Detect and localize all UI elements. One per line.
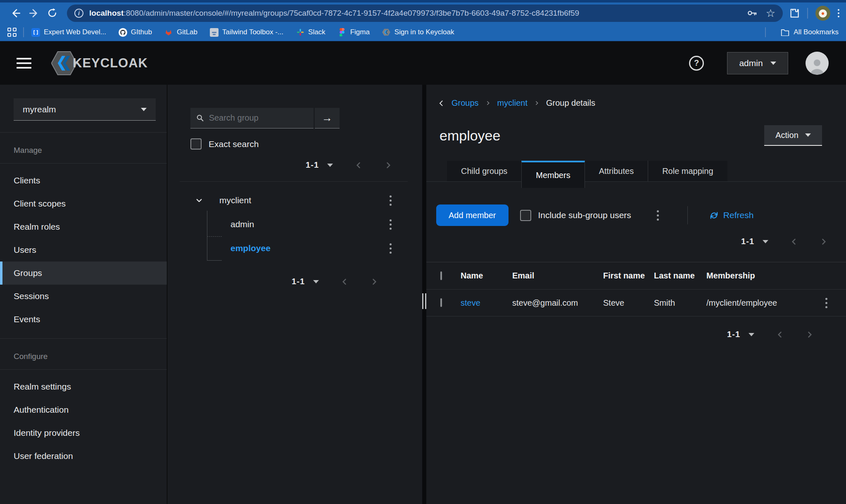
tree-row-myclient[interactable]: myclient [167,188,422,212]
refresh-button[interactable]: Refresh [709,210,754,220]
sidebar-item-client-scopes[interactable]: Client scopes [0,192,167,215]
forward-button[interactable] [25,4,43,22]
url-bar[interactable]: i localhost:8080/admin/master/console/#/… [67,5,783,22]
drag-handle-icon[interactable] [422,293,426,309]
panel-divider [180,181,408,182]
action-dropdown-button[interactable]: Action [764,125,822,146]
include-subgroup-users-checkbox[interactable] [520,210,531,221]
kebab-menu-icon[interactable] [384,243,397,254]
tab-members[interactable]: Members [521,161,585,188]
column-header-name: Name [461,271,512,281]
bookmark-github[interactable]: GIthub [119,28,152,37]
groups-tree-panel: → Exact search 1-1 [167,85,422,504]
url-text: localhost:8080/admin/master/console/#/my… [89,9,741,18]
user-menu-dropdown[interactable]: admin [727,52,788,74]
sidebar-item-groups[interactable]: Groups [0,262,167,285]
sidebar-item-realm-roles[interactable]: Realm roles [0,215,167,238]
group-search-submit-button[interactable]: → [315,108,340,128]
chevron-left-icon[interactable] [790,238,798,246]
tab-child-groups[interactable]: Child groups [447,161,521,181]
tree-item-label[interactable]: admin [231,219,254,229]
chevron-right-icon[interactable] [384,161,392,169]
sidebar-item-sessions[interactable]: Sessions [0,285,167,308]
browser-menu-icon[interactable] [838,9,839,17]
sidebar-item-identity-providers[interactable]: Identity providers [0,421,167,445]
select-all-checkbox[interactable] [440,271,442,280]
row-kebab-menu-icon[interactable] [820,298,833,308]
tree-row-employee[interactable]: employee [167,236,422,260]
bookmark-star-icon[interactable]: ☆ [766,8,775,19]
group-search-box [190,108,314,128]
kebab-menu-icon[interactable] [384,195,397,206]
tree-connector [207,236,222,237]
group-details-panel: Groups myclient Group details employee A… [426,85,846,504]
member-name-link[interactable]: steve [461,298,512,308]
keycloak-logo[interactable]: KEYCLOAK [51,50,148,77]
tree-row-admin[interactable]: admin [167,212,422,236]
tree-connector [207,211,207,260]
panel-resize-gutter[interactable] [422,85,426,504]
bookmark-gitlab[interactable]: GitLab [164,28,197,37]
all-bookmarks-button[interactable]: All Bookmarks [781,28,839,36]
apps-grid-icon[interactable] [7,28,17,37]
browser-profile-avatar[interactable] [815,6,830,21]
user-avatar[interactable] [806,52,829,75]
tree-item-label-selected[interactable]: employee [231,243,271,253]
pagination-menu-toggle-icon[interactable] [313,280,319,283]
sidebar-item-user-federation[interactable]: User federation [0,445,167,468]
tab-attributes[interactable]: Attributes [585,161,648,181]
sidebar-item-users[interactable]: Users [0,238,167,262]
realm-selector[interactable]: myrealm [14,98,156,121]
pagination-range: 1-1 [306,160,319,170]
chevron-left-icon[interactable] [354,161,363,169]
nav-toggle-hamburger-icon[interactable] [17,58,31,69]
breadcrumb-link-myclient[interactable]: myclient [497,98,528,108]
pagination-menu-toggle-icon[interactable] [763,240,768,243]
breadcrumb-separator-icon [485,100,491,107]
folder-icon [781,29,789,36]
bookmark-figma[interactable]: Figma [338,28,370,37]
group-search-input[interactable] [209,113,308,123]
breadcrumb-separator-icon [534,100,539,107]
sidebar-item-events[interactable]: Events [0,308,167,331]
breadcrumb-back-chevron-icon[interactable] [438,99,445,108]
add-member-button[interactable]: Add member [436,204,509,226]
chevron-left-icon[interactable] [776,330,784,339]
bookmark-tailwind[interactable]: Tailwind Toolbox -... [210,28,283,37]
browser-toolbar: i localhost:8080/admin/master/console/#/… [0,2,846,24]
pagination-menu-toggle-icon[interactable] [327,164,333,167]
chevron-left-icon[interactable] [340,278,349,286]
pagination-range: 1-1 [741,237,754,246]
extensions-icon[interactable] [789,7,800,19]
kebab-menu-icon[interactable] [384,219,397,230]
refresh-label: Refresh [723,210,754,220]
reload-icon [47,8,57,18]
kebab-menu-icon[interactable] [652,210,664,221]
breadcrumb-link-groups[interactable]: Groups [452,98,479,108]
password-key-icon[interactable] [746,7,758,19]
sidebar-section-configure: Configure [0,339,167,369]
bookmark-keycloak[interactable]: Sign in to Keycloak [382,28,454,37]
row-checkbox[interactable] [440,298,442,307]
exact-search-checkbox[interactable] [190,138,202,150]
pagination-menu-toggle-icon[interactable] [749,333,754,336]
tree-item-label[interactable]: myclient [219,195,251,205]
chevron-right-icon[interactable] [370,278,378,286]
help-icon[interactable]: ? [689,56,704,71]
sidebar-item-clients[interactable]: Clients [0,169,167,192]
members-pagination-bottom: 1-1 [426,330,814,339]
bookmark-expert-web[interactable]: Expert Web Devel... [31,28,106,37]
bookmark-slack[interactable]: Slack [296,28,326,37]
bookmarks-separator-right [765,27,766,37]
tree-expand-chevron-icon[interactable] [193,197,205,204]
sidebar-item-realm-settings[interactable]: Realm settings [0,375,167,398]
member-email: steve@gmail.com [512,298,603,308]
tab-role-mapping[interactable]: Role mapping [648,161,727,181]
chevron-right-icon[interactable] [806,330,814,339]
back-button[interactable] [7,4,25,22]
reload-button[interactable] [43,4,61,22]
person-icon [808,57,826,75]
sidebar-item-authentication[interactable]: Authentication [0,398,167,421]
site-info-icon[interactable]: i [74,9,83,18]
chevron-right-icon[interactable] [820,238,828,246]
